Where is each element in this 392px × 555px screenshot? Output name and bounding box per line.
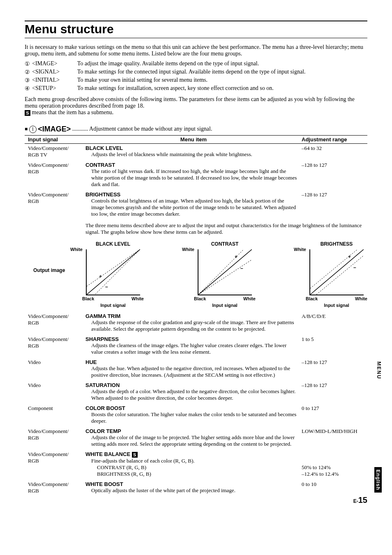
page-number: E-15 (353, 495, 367, 505)
range-line: 50% to 124% (302, 464, 367, 471)
post-intro: Each menu group described above consists… (25, 96, 367, 116)
chart-title: BRIGHTNESS (306, 241, 367, 247)
table-row: Video/Component/ RGB GAMMA TRIMAdjusts t… (25, 312, 367, 335)
axis-white: White (294, 247, 306, 252)
group-row: ④ <SETUP> To make settings for installat… (25, 85, 367, 92)
axis-black: Black (306, 296, 318, 301)
cell-range: LOW/MID-L/MID/HIGH (302, 428, 367, 447)
chart-box: White + – (309, 249, 364, 295)
mid-note: The three menu items described above are… (85, 220, 367, 240)
post-text-1: Each menu group described above consists… (25, 96, 355, 109)
group-num: ② (25, 69, 32, 76)
group-row: ③ <INITIAL> To make your own initial set… (25, 77, 367, 84)
svg-line-1 (87, 249, 140, 286)
cell-desc: The ratio of light versus dark. If incre… (85, 168, 297, 188)
cell-title: SHARPNESS (85, 336, 297, 342)
cell-desc: Adjusts the level of blackness while mai… (85, 151, 297, 158)
chart-black-level: BLACK LEVEL Output image White + – Black… (82, 241, 144, 308)
table-row: Video/Component/ RGB BRIGHTNESS Controls… (25, 190, 367, 220)
cell-desc: Adjusts the response of the color gradat… (85, 319, 297, 332)
cell-input: Video/Component/ RGB (25, 428, 85, 447)
cell-desc: Adjusts the depth of a color. When adjus… (85, 388, 297, 401)
cell-desc: Fine-adjusts the balance of each color (… (85, 458, 297, 464)
table-row: Video/Component/ RGB TV BLACK LEVEL Adju… (25, 144, 367, 161)
chart-title: CONTRAST (194, 241, 256, 247)
output-image-label: Output image (33, 267, 65, 273)
group-desc: To adjust the image quality. Available i… (77, 60, 367, 67)
table-row: Video/Component/ RGB SHARPNESSAdjusts th… (25, 335, 367, 358)
group-desc: To make your own initial setting for sev… (77, 77, 367, 84)
chart-brightness: BRIGHTNESS White + – Black White Input s… (306, 241, 367, 308)
group-num: ③ (25, 77, 32, 84)
table-row-white-balance: Video/Component/ RGB WHITE BALANCE S Fin… (25, 450, 367, 480)
group-num: ① (25, 60, 32, 67)
chart-contrast: CONTRAST White + – Black White Input sig… (194, 241, 256, 308)
cell-range: –128 to 127 (302, 162, 367, 188)
axis-white-x: White (131, 296, 144, 301)
cell-input: Video/Component/ RGB (25, 162, 85, 188)
group-desc: To make settings for installation, scree… (77, 85, 367, 92)
group-num: ④ (25, 85, 32, 92)
svg-line-12 (316, 256, 364, 295)
axis-white-x: White (243, 296, 256, 301)
chart-title: BLACK LEVEL (82, 241, 144, 247)
side-tab-menu: MENU (376, 362, 382, 379)
cell-input: Video/Component/ RGB (25, 313, 85, 332)
chart-lines: + – (198, 249, 252, 295)
section-name: <IMAGE> (38, 125, 71, 133)
group-row: ① <IMAGE> To adjust the image quality. A… (25, 60, 367, 67)
group-tag: <INITIAL> (32, 77, 77, 84)
cell-title: COLOR BOOST (85, 405, 297, 411)
svg-text:+: + (235, 254, 238, 260)
cell-range: 0 to 10 (302, 481, 367, 494)
cell-title: COLOR TEMP (85, 428, 297, 434)
cell-range: 50% to 124% –12.4% to 12.4% (302, 451, 367, 477)
axis-black: Black (82, 296, 94, 301)
intro-paragraph: It is necessary to make various settings… (25, 44, 367, 57)
cell-range: –128 to 127 (302, 359, 367, 378)
table-row: Video/Component/ RGB COLOR TEMPAdjusts t… (25, 427, 367, 450)
cell-title: WHITE BALANCE S (85, 451, 297, 458)
axis-white-x: White (355, 296, 367, 301)
cell-title: GAMMA TRIM (85, 313, 297, 319)
cell-title: BRIGHTNESS (85, 191, 297, 198)
svg-line-0 (87, 249, 140, 295)
page-digits: 15 (358, 495, 367, 504)
table-row: Video SATURATIONAdjusts the depth of a c… (25, 381, 367, 404)
group-tag: <SIGNAL> (32, 69, 77, 76)
table-row: Video/Component/ RGB CONTRAST The ratio … (25, 161, 367, 190)
cell-desc: Boosts the color saturation. The higher … (85, 411, 297, 424)
section-note: Adjustment cannot be made without any in… (89, 126, 212, 132)
group-tag: <SETUP> (32, 85, 77, 92)
svg-text:–: – (240, 265, 243, 271)
svg-text:–: – (105, 284, 108, 290)
cell-input: Video/Component/ RGB (25, 336, 85, 355)
axis-white: White (182, 247, 194, 252)
cell-title: BLACK LEVEL (85, 145, 297, 151)
cell-range: A/B/C/D/E (302, 313, 367, 332)
svg-text:+: + (348, 254, 351, 260)
range-line: –12.4% to 12.4% (302, 471, 367, 477)
cell-input: Video/Component/ RGB (25, 481, 85, 494)
svg-text:+: + (99, 274, 102, 279)
cell-sub2: BRIGHTNESS (R, G, B) (85, 471, 297, 477)
page-prefix: E- (353, 498, 358, 504)
svg-line-10 (310, 249, 364, 295)
cell-desc: Optically adjusts the luster of the whit… (85, 487, 297, 494)
cell-desc: Controls the total brightness of an imag… (85, 198, 297, 217)
cell-desc: Adjusts the color of the image to be pro… (85, 434, 297, 447)
submenu-icon: S (132, 452, 138, 458)
cell-input: Video (25, 359, 85, 378)
square-bullet-icon: ■ (25, 126, 28, 132)
cell-input: Component (25, 405, 85, 424)
chart-box: White + – (198, 249, 252, 295)
cell-range: –128 to 127 (302, 191, 367, 217)
submenu-icon: S (25, 110, 30, 116)
group-desc: To make settings for the connected input… (77, 69, 367, 76)
axis-white: White (70, 247, 83, 252)
cell-input: Video (25, 382, 85, 401)
chart-xlabel: Input signal (194, 303, 256, 308)
chart-xlabel: Input signal (306, 303, 367, 308)
cell-input: Video/Component/ RGB TV (25, 145, 85, 158)
cell-desc: Adjusts the clearness of the image edges… (85, 342, 297, 355)
